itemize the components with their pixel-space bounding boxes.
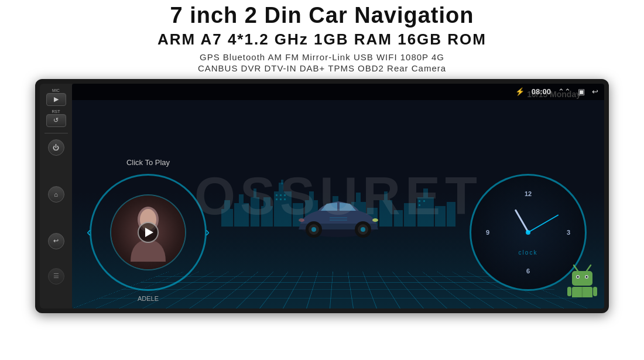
rst-icon: ↺: [53, 116, 59, 124]
svg-line-56: [574, 265, 578, 271]
svg-point-55: [586, 276, 588, 277]
page-container: 7 inch 2 Din Car Navigation ARM A7 4*1.2…: [0, 0, 644, 360]
svg-rect-27: [435, 206, 446, 227]
play-icon: [145, 228, 153, 237]
svg-rect-60: [593, 287, 597, 296]
svg-rect-37: [419, 204, 420, 206]
svg-rect-51: [572, 271, 592, 286]
svg-rect-3: [239, 194, 244, 203]
clock-face: 12 3 6 9 clock: [481, 186, 575, 279]
left-panel: MIC ▶ RST ↺ ⏻ ⌂: [40, 84, 72, 308]
svg-rect-31: [284, 194, 286, 196]
menu-button[interactable]: ☰: [48, 268, 64, 284]
clock-num-12: 12: [525, 190, 532, 197]
clock-num-6: 6: [526, 268, 530, 275]
svg-point-44: [361, 227, 365, 232]
power-button[interactable]: ⏻: [48, 139, 64, 156]
svg-rect-32: [276, 198, 278, 200]
mic-icon: ▶: [54, 95, 59, 103]
status-bar: ⚡ 08:00 ⌃⌃ ▣ ↩: [72, 84, 604, 100]
svg-rect-2: [234, 203, 249, 227]
clock-hour-hand: [514, 209, 529, 232]
svg-line-57: [587, 265, 591, 271]
svg-rect-29: [276, 194, 278, 196]
svg-rect-4: [251, 197, 259, 227]
svg-rect-35: [419, 200, 420, 202]
rst-button[interactable]: ↺: [46, 114, 66, 127]
svg-point-41: [311, 227, 316, 232]
svg-rect-59: [567, 287, 571, 296]
rst-label: RST: [52, 109, 60, 114]
svg-rect-7: [263, 197, 270, 206]
svg-rect-24: [404, 203, 416, 227]
home-button[interactable]: ⌂: [48, 186, 64, 203]
svg-rect-5: [254, 188, 256, 197]
svg-rect-33: [280, 198, 282, 200]
music-player: ‹ Click To Play: [90, 174, 207, 291]
clock-center: [526, 230, 530, 235]
svg-rect-36: [423, 200, 425, 202]
menu-icon: ☰: [53, 272, 59, 280]
svg-rect-23: [394, 210, 403, 227]
svg-point-46: [299, 218, 304, 222]
svg-rect-0: [221, 209, 233, 227]
android-logo: [566, 259, 598, 303]
svg-rect-34: [284, 198, 286, 200]
home-icon: ⌂: [54, 191, 58, 198]
svg-rect-28: [447, 202, 455, 227]
clock-label: clock: [519, 249, 538, 256]
features-line1: GPS Bluetooth AM FM Mirror-Link USB WIFI…: [0, 52, 644, 62]
svg-rect-10: [281, 180, 283, 184]
album-art-container: [110, 194, 186, 270]
device-bezel: MIC ▶ RST ↺ ⏻ ⌂: [35, 79, 609, 313]
back-nav-icon: ↩: [592, 87, 598, 96]
back-button[interactable]: ↩: [48, 233, 64, 249]
page-title: 7 inch 2 Din Car Navigation: [0, 4, 644, 28]
power-icon: ⏻: [53, 144, 59, 151]
clock-num-3: 3: [567, 229, 570, 236]
device-container: MIC ▶ RST ↺ ⏻ ⌂: [35, 79, 609, 313]
svg-point-45: [372, 218, 378, 222]
music-circle-outer: ‹ Click To Play: [90, 174, 207, 291]
specs-line: ARM A7 4*1.2 GHz 1GB RAM 16GB ROM: [0, 30, 644, 49]
features-line2: CANBUS DVR DTV-IN DAB+ TPMS OBD2 Rear Ca…: [0, 63, 644, 73]
mic-button[interactable]: ▶: [46, 93, 66, 106]
clock-minute-hand: [528, 214, 559, 233]
svg-rect-6: [261, 206, 273, 227]
signal-up-icon: ⌃⌃: [558, 87, 571, 96]
main-screen: ⚡ 08:00 ⌃⌃ ▣ ↩: [72, 84, 604, 308]
svg-rect-26: [423, 188, 428, 197]
svg-rect-30: [280, 194, 282, 196]
window-icon: ▣: [578, 87, 585, 96]
click-to-play-label: Click To Play: [126, 158, 170, 167]
status-time: 08:00: [532, 87, 551, 96]
clock-num-9: 9: [486, 229, 489, 236]
svg-rect-8: [274, 191, 292, 227]
car-image: [292, 194, 385, 241]
play-button[interactable]: [138, 222, 159, 243]
svg-rect-1: [224, 200, 230, 209]
prev-button[interactable]: ‹: [87, 225, 91, 240]
bluetooth-icon: ⚡: [515, 87, 525, 96]
back-icon: ↩: [53, 237, 59, 245]
header-section: 7 inch 2 Din Car Navigation ARM A7 4*1.2…: [0, 0, 644, 73]
svg-point-54: [577, 276, 579, 277]
next-button[interactable]: ›: [205, 225, 210, 240]
song-label: ADELE: [138, 295, 159, 302]
separator: [44, 133, 68, 133]
mic-label: MIC: [52, 88, 60, 92]
